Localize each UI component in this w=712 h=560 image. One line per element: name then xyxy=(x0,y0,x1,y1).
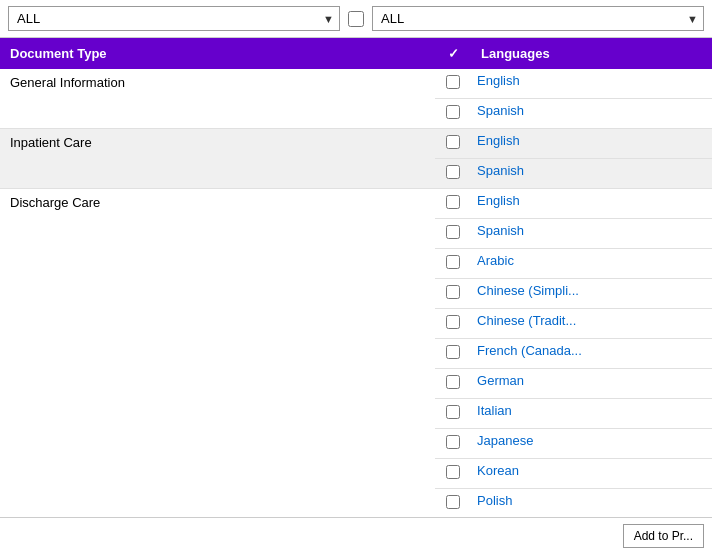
lang-checkbox-cell xyxy=(435,129,471,159)
lang-checkbox-cell xyxy=(435,429,471,459)
lang-checkbox-cell xyxy=(435,339,471,369)
table-header-row: Document Type ✓ Languages xyxy=(0,38,712,69)
add-to-pr-button[interactable]: Add to Pr... xyxy=(623,524,704,548)
lang-cell: Chinese (Simpli... xyxy=(471,279,712,309)
lang-checkbox-cell xyxy=(435,459,471,489)
doc-type-header: Document Type xyxy=(0,38,435,69)
lang-checkbox[interactable] xyxy=(446,315,460,329)
lang-link[interactable]: Chinese (Simpli... xyxy=(477,283,579,298)
doc-type-cell: Discharge Care xyxy=(0,189,435,518)
lang-checkbox[interactable] xyxy=(446,255,460,269)
right-dropdown[interactable]: ALL xyxy=(372,6,704,31)
lang-checkbox[interactable] xyxy=(446,465,460,479)
lang-link[interactable]: Spanish xyxy=(477,103,524,118)
lang-link[interactable]: Japanese xyxy=(477,433,533,448)
lang-link[interactable]: French (Canada... xyxy=(477,343,582,358)
lang-checkbox-cell xyxy=(435,279,471,309)
lang-checkbox[interactable] xyxy=(446,195,460,209)
lang-link[interactable]: German xyxy=(477,373,524,388)
lang-link[interactable]: Italian xyxy=(477,403,512,418)
lang-link[interactable]: English xyxy=(477,193,520,208)
lang-cell: Spanish xyxy=(471,219,712,249)
check-header: ✓ xyxy=(435,38,471,69)
lang-cell: German xyxy=(471,369,712,399)
lang-checkbox-cell xyxy=(435,159,471,189)
lang-checkbox-cell xyxy=(435,219,471,249)
table-row: Discharge CareEnglish xyxy=(0,189,712,219)
lang-link[interactable]: Spanish xyxy=(477,223,524,238)
lang-checkbox[interactable] xyxy=(446,375,460,389)
top-bar: ALL ▼ ALL ▼ xyxy=(0,0,712,38)
lang-cell: Spanish xyxy=(471,159,712,189)
lang-link[interactable]: English xyxy=(477,133,520,148)
top-checkbox[interactable] xyxy=(348,11,364,27)
right-dropdown-wrapper: ALL ▼ xyxy=(372,6,704,31)
lang-cell: Japanese xyxy=(471,429,712,459)
lang-checkbox[interactable] xyxy=(446,345,460,359)
lang-link[interactable]: Korean xyxy=(477,463,519,478)
main-table: Document Type ✓ Languages General Inform… xyxy=(0,38,712,517)
doc-type-cell: General Information xyxy=(0,69,435,129)
lang-checkbox[interactable] xyxy=(446,405,460,419)
lang-link[interactable]: Spanish xyxy=(477,163,524,178)
lang-cell: English xyxy=(471,69,712,99)
lang-checkbox-cell xyxy=(435,249,471,279)
lang-link[interactable]: English xyxy=(477,73,520,88)
lang-checkbox-cell xyxy=(435,309,471,339)
lang-checkbox[interactable] xyxy=(446,435,460,449)
left-dropdown[interactable]: ALL xyxy=(8,6,340,31)
lang-link[interactable]: Polish xyxy=(477,493,512,508)
lang-cell: Korean xyxy=(471,459,712,489)
table-row: General InformationEnglish xyxy=(0,69,712,99)
doc-type-cell: Inpatient Care xyxy=(0,129,435,189)
lang-link[interactable]: Arabic xyxy=(477,253,514,268)
lang-cell: Arabic xyxy=(471,249,712,279)
lang-checkbox[interactable] xyxy=(446,75,460,89)
lang-checkbox-cell xyxy=(435,189,471,219)
lang-cell: Polish xyxy=(471,489,712,518)
lang-cell: English xyxy=(471,129,712,159)
lang-cell: French (Canada... xyxy=(471,339,712,369)
lang-cell: Chinese (Tradit... xyxy=(471,309,712,339)
lang-checkbox[interactable] xyxy=(446,285,460,299)
lang-cell: English xyxy=(471,189,712,219)
table-container: Document Type ✓ Languages General Inform… xyxy=(0,38,712,517)
lang-link[interactable]: Chinese (Tradit... xyxy=(477,313,576,328)
lang-cell: Spanish xyxy=(471,99,712,129)
lang-checkbox-cell xyxy=(435,99,471,129)
bottom-bar: Add to Pr... xyxy=(0,517,712,553)
table-row: Inpatient CareEnglish xyxy=(0,129,712,159)
lang-checkbox[interactable] xyxy=(446,135,460,149)
lang-checkbox-cell xyxy=(435,489,471,518)
left-dropdown-wrapper: ALL ▼ xyxy=(8,6,340,31)
lang-checkbox[interactable] xyxy=(446,165,460,179)
lang-checkbox-cell xyxy=(435,399,471,429)
lang-checkbox[interactable] xyxy=(446,225,460,239)
lang-checkbox[interactable] xyxy=(446,105,460,119)
lang-checkbox-cell xyxy=(435,69,471,99)
lang-checkbox-cell xyxy=(435,369,471,399)
lang-cell: Italian xyxy=(471,399,712,429)
languages-header: Languages xyxy=(471,38,712,69)
lang-checkbox[interactable] xyxy=(446,495,460,509)
